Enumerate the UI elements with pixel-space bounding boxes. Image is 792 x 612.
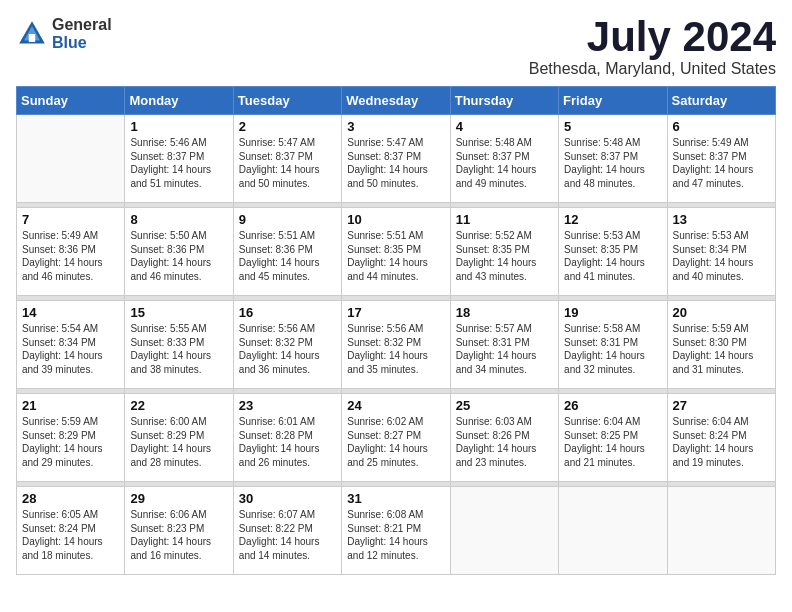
day-info: Sunrise: 5:46 AMSunset: 8:37 PMDaylight:… [130,136,227,190]
day-info: Sunrise: 5:47 AMSunset: 8:37 PMDaylight:… [347,136,444,190]
day-number: 28 [22,491,119,506]
day-info: Sunrise: 5:53 AMSunset: 8:34 PMDaylight:… [673,229,770,283]
header-tuesday: Tuesday [233,87,341,115]
day-number: 31 [347,491,444,506]
header-wednesday: Wednesday [342,87,450,115]
calendar-cell: 9Sunrise: 5:51 AMSunset: 8:36 PMDaylight… [233,208,341,296]
day-info: Sunrise: 5:52 AMSunset: 8:35 PMDaylight:… [456,229,553,283]
calendar-cell [559,487,667,575]
calendar-cell: 28Sunrise: 6:05 AMSunset: 8:24 PMDayligh… [17,487,125,575]
calendar-cell: 11Sunrise: 5:52 AMSunset: 8:35 PMDayligh… [450,208,558,296]
header-saturday: Saturday [667,87,775,115]
logo: General Blue [16,16,112,51]
day-number: 6 [673,119,770,134]
header: General Blue July 2024 Bethesda, Marylan… [16,16,776,78]
day-info: Sunrise: 5:49 AMSunset: 8:36 PMDaylight:… [22,229,119,283]
calendar-cell: 30Sunrise: 6:07 AMSunset: 8:22 PMDayligh… [233,487,341,575]
calendar-cell: 4Sunrise: 5:48 AMSunset: 8:37 PMDaylight… [450,115,558,203]
calendar-cell: 24Sunrise: 6:02 AMSunset: 8:27 PMDayligh… [342,394,450,482]
day-number: 13 [673,212,770,227]
day-info: Sunrise: 5:57 AMSunset: 8:31 PMDaylight:… [456,322,553,376]
calendar-week-2: 7Sunrise: 5:49 AMSunset: 8:36 PMDaylight… [17,208,776,296]
calendar-cell: 10Sunrise: 5:51 AMSunset: 8:35 PMDayligh… [342,208,450,296]
calendar-cell: 8Sunrise: 5:50 AMSunset: 8:36 PMDaylight… [125,208,233,296]
calendar-cell: 13Sunrise: 5:53 AMSunset: 8:34 PMDayligh… [667,208,775,296]
logo-icon [16,18,48,50]
calendar-cell: 25Sunrise: 6:03 AMSunset: 8:26 PMDayligh… [450,394,558,482]
day-number: 15 [130,305,227,320]
calendar-cell: 14Sunrise: 5:54 AMSunset: 8:34 PMDayligh… [17,301,125,389]
day-number: 9 [239,212,336,227]
day-number: 14 [22,305,119,320]
page: General Blue July 2024 Bethesda, Marylan… [0,0,792,612]
calendar-table: Sunday Monday Tuesday Wednesday Thursday… [16,86,776,575]
day-info: Sunrise: 5:54 AMSunset: 8:34 PMDaylight:… [22,322,119,376]
day-number: 19 [564,305,661,320]
day-info: Sunrise: 5:49 AMSunset: 8:37 PMDaylight:… [673,136,770,190]
day-info: Sunrise: 5:51 AMSunset: 8:36 PMDaylight:… [239,229,336,283]
calendar-cell: 1Sunrise: 5:46 AMSunset: 8:37 PMDaylight… [125,115,233,203]
calendar-cell: 7Sunrise: 5:49 AMSunset: 8:36 PMDaylight… [17,208,125,296]
calendar-cell: 26Sunrise: 6:04 AMSunset: 8:25 PMDayligh… [559,394,667,482]
day-info: Sunrise: 6:04 AMSunset: 8:25 PMDaylight:… [564,415,661,469]
calendar-cell: 29Sunrise: 6:06 AMSunset: 8:23 PMDayligh… [125,487,233,575]
header-friday: Friday [559,87,667,115]
calendar-cell: 31Sunrise: 6:08 AMSunset: 8:21 PMDayligh… [342,487,450,575]
calendar-cell: 17Sunrise: 5:56 AMSunset: 8:32 PMDayligh… [342,301,450,389]
day-number: 18 [456,305,553,320]
day-info: Sunrise: 6:00 AMSunset: 8:29 PMDaylight:… [130,415,227,469]
calendar-week-5: 28Sunrise: 6:05 AMSunset: 8:24 PMDayligh… [17,487,776,575]
calendar-cell [17,115,125,203]
day-number: 29 [130,491,227,506]
calendar-cell [450,487,558,575]
day-info: Sunrise: 5:47 AMSunset: 8:37 PMDaylight:… [239,136,336,190]
calendar-week-4: 21Sunrise: 5:59 AMSunset: 8:29 PMDayligh… [17,394,776,482]
calendar-cell: 18Sunrise: 5:57 AMSunset: 8:31 PMDayligh… [450,301,558,389]
day-number: 23 [239,398,336,413]
calendar-cell: 5Sunrise: 5:48 AMSunset: 8:37 PMDaylight… [559,115,667,203]
day-info: Sunrise: 5:58 AMSunset: 8:31 PMDaylight:… [564,322,661,376]
day-number: 3 [347,119,444,134]
day-info: Sunrise: 5:50 AMSunset: 8:36 PMDaylight:… [130,229,227,283]
day-info: Sunrise: 5:48 AMSunset: 8:37 PMDaylight:… [456,136,553,190]
location: Bethesda, Maryland, United States [529,60,776,78]
day-number: 1 [130,119,227,134]
day-number: 26 [564,398,661,413]
title-block: July 2024 Bethesda, Maryland, United Sta… [529,16,776,78]
calendar-week-3: 14Sunrise: 5:54 AMSunset: 8:34 PMDayligh… [17,301,776,389]
day-number: 8 [130,212,227,227]
day-number: 10 [347,212,444,227]
day-number: 24 [347,398,444,413]
day-info: Sunrise: 5:56 AMSunset: 8:32 PMDaylight:… [347,322,444,376]
day-number: 12 [564,212,661,227]
day-info: Sunrise: 5:56 AMSunset: 8:32 PMDaylight:… [239,322,336,376]
calendar-cell: 3Sunrise: 5:47 AMSunset: 8:37 PMDaylight… [342,115,450,203]
day-number: 21 [22,398,119,413]
day-number: 30 [239,491,336,506]
day-number: 27 [673,398,770,413]
logo-general-label: General [52,16,112,34]
calendar-cell: 27Sunrise: 6:04 AMSunset: 8:24 PMDayligh… [667,394,775,482]
calendar-cell: 16Sunrise: 5:56 AMSunset: 8:32 PMDayligh… [233,301,341,389]
day-number: 16 [239,305,336,320]
day-number: 20 [673,305,770,320]
day-info: Sunrise: 6:01 AMSunset: 8:28 PMDaylight:… [239,415,336,469]
day-info: Sunrise: 5:59 AMSunset: 8:29 PMDaylight:… [22,415,119,469]
calendar-cell: 19Sunrise: 5:58 AMSunset: 8:31 PMDayligh… [559,301,667,389]
day-number: 17 [347,305,444,320]
header-row: Sunday Monday Tuesday Wednesday Thursday… [17,87,776,115]
day-info: Sunrise: 6:02 AMSunset: 8:27 PMDaylight:… [347,415,444,469]
day-info: Sunrise: 6:03 AMSunset: 8:26 PMDaylight:… [456,415,553,469]
calendar-cell: 15Sunrise: 5:55 AMSunset: 8:33 PMDayligh… [125,301,233,389]
calendar-cell: 22Sunrise: 6:00 AMSunset: 8:29 PMDayligh… [125,394,233,482]
day-number: 2 [239,119,336,134]
day-number: 4 [456,119,553,134]
calendar-cell: 21Sunrise: 5:59 AMSunset: 8:29 PMDayligh… [17,394,125,482]
day-number: 11 [456,212,553,227]
svg-rect-2 [29,34,35,42]
calendar-cell [667,487,775,575]
header-monday: Monday [125,87,233,115]
day-info: Sunrise: 5:51 AMSunset: 8:35 PMDaylight:… [347,229,444,283]
day-info: Sunrise: 6:08 AMSunset: 8:21 PMDaylight:… [347,508,444,562]
day-number: 5 [564,119,661,134]
